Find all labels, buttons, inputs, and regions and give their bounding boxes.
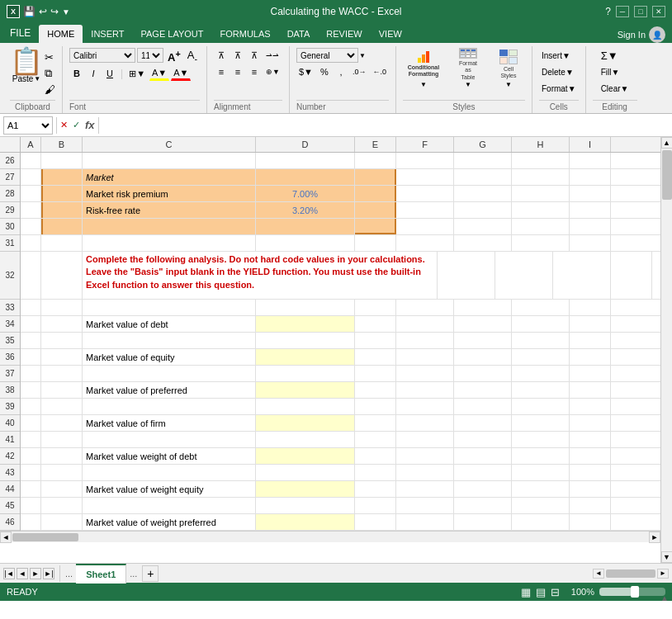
cell-g34[interactable] [454, 316, 512, 332]
sheet-ellipsis-left[interactable]: ... [62, 569, 76, 579]
hscroll-bar[interactable] [606, 569, 655, 578]
cell-c27[interactable]: Market [83, 169, 256, 185]
italic-button[interactable]: I [86, 66, 101, 81]
cell-h28[interactable] [512, 186, 570, 201]
font-size-select[interactable]: 11 [137, 48, 163, 63]
cell-c37[interactable] [83, 366, 256, 381]
formula-input[interactable] [102, 116, 669, 135]
cell-i26[interactable] [570, 153, 611, 168]
cell-h44[interactable] [512, 481, 570, 497]
cell-g27[interactable] [454, 169, 512, 185]
cell-a37[interactable] [21, 366, 41, 381]
cell-i42[interactable] [570, 448, 611, 464]
cell-e27[interactable] [355, 169, 396, 185]
cell-d44[interactable] [256, 481, 355, 497]
cell-f42[interactable] [396, 448, 454, 464]
cell-h31[interactable] [512, 235, 570, 251]
cell-b37[interactable] [41, 366, 83, 381]
cell-c45[interactable] [83, 498, 256, 513]
cell-h37[interactable] [512, 366, 570, 381]
decrease-decimal-button[interactable]: .0→ [350, 64, 369, 79]
cell-c39[interactable] [83, 399, 256, 414]
number-format-dropdown[interactable]: ▼ [359, 52, 366, 59]
row-num-42[interactable]: 42 [0, 448, 20, 465]
cell-f39[interactable] [396, 399, 454, 414]
cell-g32[interactable] [495, 252, 553, 299]
cell-b28[interactable] [41, 186, 83, 201]
cell-c44[interactable]: Market value of weight equity [83, 481, 256, 497]
cell-a43[interactable] [21, 465, 41, 480]
cell-a42[interactable] [21, 448, 41, 464]
cell-i34[interactable] [570, 316, 611, 332]
scroll-left-button[interactable]: ◄ [0, 532, 12, 543]
paste-icon[interactable]: 📋 [10, 48, 43, 74]
cell-a36[interactable] [21, 349, 41, 365]
row-num-36[interactable]: 36 [0, 349, 20, 366]
cell-g26[interactable] [454, 153, 512, 168]
cell-b41[interactable] [41, 432, 83, 447]
tab-file[interactable]: FILE [2, 23, 39, 43]
align-top-center-button[interactable]: ⊼ [230, 48, 245, 63]
cell-d29[interactable]: 3.20% [256, 202, 355, 218]
cell-a32[interactable] [21, 252, 41, 299]
row-num-46[interactable]: 46 [0, 514, 20, 531]
cell-d38[interactable] [256, 382, 355, 398]
cell-g28[interactable] [454, 186, 512, 201]
cell-g38[interactable] [454, 382, 512, 398]
cell-e42[interactable] [355, 448, 396, 464]
cell-a45[interactable] [21, 498, 41, 513]
cell-h30[interactable] [512, 219, 570, 234]
cut-button[interactable]: ✂ [45, 51, 55, 64]
cell-h32[interactable] [553, 252, 611, 299]
view-normal-button[interactable]: ▦ [521, 586, 531, 598]
cell-h41[interactable] [512, 432, 570, 447]
cell-d36[interactable] [256, 349, 355, 365]
zoom-slider[interactable] [599, 588, 665, 596]
quick-access-save[interactable]: 💾 [23, 6, 35, 17]
cell-i33[interactable] [570, 300, 611, 315]
col-header-a[interactable]: A [21, 137, 41, 152]
cell-b43[interactable] [41, 465, 83, 480]
cell-e34[interactable] [355, 316, 396, 332]
cell-f34[interactable] [396, 316, 454, 332]
cell-d27[interactable] [256, 169, 355, 185]
cell-a39[interactable] [21, 399, 41, 414]
cell-e33[interactable] [355, 300, 396, 315]
cell-f36[interactable] [396, 349, 454, 365]
col-header-b[interactable]: B [41, 137, 83, 152]
paste-button-area[interactable]: 📋 Paste▼ [10, 48, 43, 83]
number-format-select[interactable]: General [296, 48, 358, 63]
cell-b40[interactable] [41, 415, 83, 431]
comma-button[interactable]: , [334, 64, 348, 79]
cell-a33[interactable] [21, 300, 41, 315]
cell-b34[interactable] [41, 316, 83, 332]
increase-decimal-button[interactable]: ←.0 [370, 64, 389, 79]
cell-d45[interactable] [256, 498, 355, 513]
border-button[interactable]: ⊞▼ [126, 66, 148, 81]
decrease-font-button[interactable]: A- [185, 48, 200, 63]
cell-h33[interactable] [512, 300, 570, 315]
cell-b32[interactable] [41, 252, 83, 299]
cell-h29[interactable] [512, 202, 570, 218]
cell-i45[interactable] [570, 498, 611, 513]
cell-d43[interactable] [256, 465, 355, 480]
conditional-formatting-button[interactable]: ConditionalFormatting ▼ [403, 48, 444, 88]
sheet-nav-first[interactable]: |◄ [3, 568, 15, 579]
cell-i43[interactable] [570, 465, 611, 480]
cell-b30[interactable] [41, 219, 83, 234]
fill-button[interactable]: Fill▼ [599, 64, 622, 79]
scroll-thumb[interactable] [12, 533, 78, 541]
cell-i35[interactable] [570, 333, 611, 348]
cell-g42[interactable] [454, 448, 512, 464]
tab-insert[interactable]: INSERT [83, 25, 132, 43]
col-header-f[interactable]: F [396, 137, 454, 152]
wrap-text-button[interactable]: ⇀⇀ [263, 48, 282, 63]
cell-a40[interactable] [21, 415, 41, 431]
align-top-right-button[interactable]: ⊼ [247, 48, 262, 63]
cell-f45[interactable] [396, 498, 454, 513]
cell-f40[interactable] [396, 415, 454, 431]
cell-e46[interactable] [355, 514, 396, 530]
cell-e35[interactable] [355, 333, 396, 348]
hscroll-left[interactable]: ◄ [593, 569, 604, 579]
cell-c46[interactable]: Market value of weight preferred [83, 514, 256, 530]
